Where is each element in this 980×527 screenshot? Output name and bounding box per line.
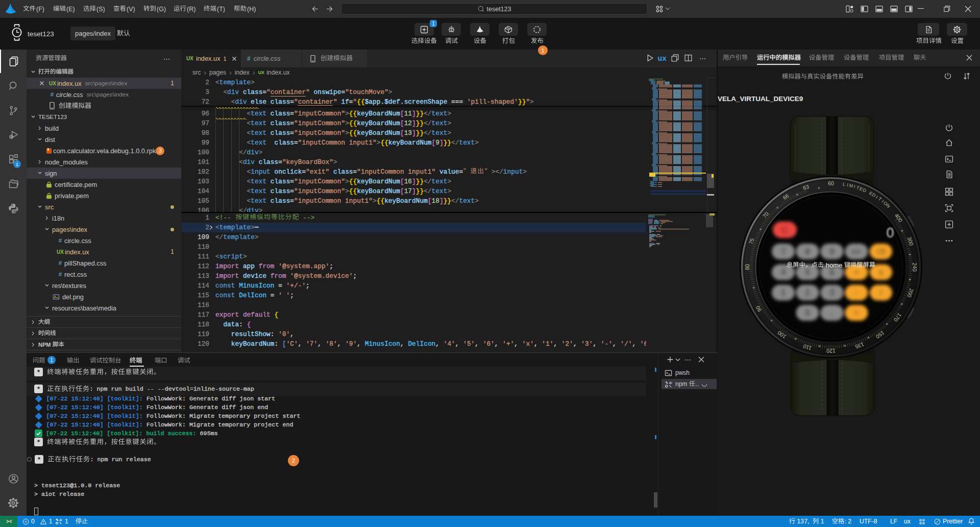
svg-text:120: 120 bbox=[826, 348, 836, 354]
svg-text:C: C bbox=[781, 225, 789, 235]
svg-text:1: 1 bbox=[780, 288, 786, 298]
svg-text:7: 7 bbox=[780, 247, 786, 257]
svg-text:2: 2 bbox=[805, 288, 810, 298]
svg-text:3: 3 bbox=[829, 288, 835, 298]
svg-text:-: - bbox=[855, 288, 858, 298]
svg-text:0: 0 bbox=[886, 225, 894, 241]
svg-text:.: . bbox=[830, 308, 833, 318]
svg-text:⌫: ⌫ bbox=[875, 248, 886, 256]
svg-text:=: = bbox=[854, 308, 860, 318]
svg-text:/: / bbox=[879, 288, 882, 298]
svg-text:0: 0 bbox=[805, 308, 810, 318]
svg-text:9: 9 bbox=[829, 247, 835, 257]
svg-text:60: 60 bbox=[828, 180, 834, 186]
svg-text:+/-: +/- bbox=[851, 247, 862, 257]
svg-text:8: 8 bbox=[805, 247, 810, 257]
